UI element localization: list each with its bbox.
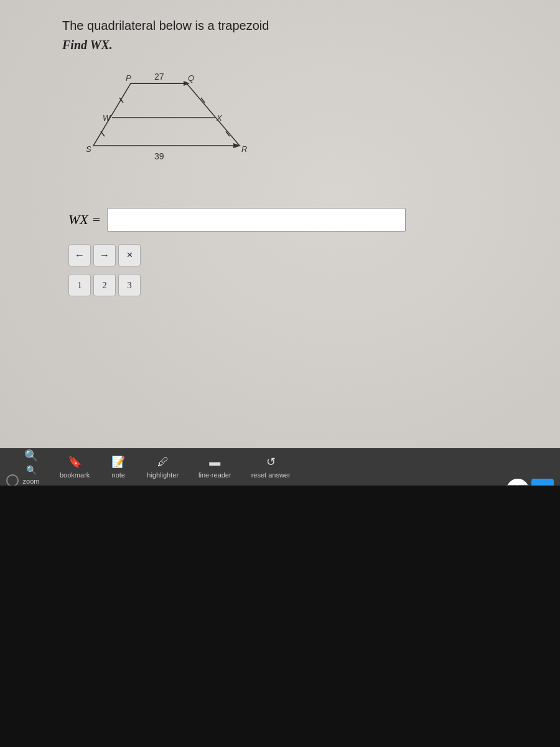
- note-label: note: [112, 471, 125, 479]
- bottom-dark-area: [0, 486, 560, 747]
- zoom-out-icon: 🔍: [24, 449, 38, 463]
- diagram-area: 27 39 P Q W X S R: [81, 65, 535, 189]
- toolbar-highlighter[interactable]: 🖊 highlighter: [137, 452, 189, 482]
- back-button[interactable]: ←: [68, 244, 91, 266]
- note-icon: 📝: [111, 455, 125, 469]
- zoom-label: zoom: [23, 477, 40, 485]
- answer-area: WX =: [68, 208, 535, 232]
- label-P: P: [126, 73, 131, 83]
- answer-label: WX =: [68, 212, 101, 228]
- num-btn-1[interactable]: 1: [68, 274, 91, 296]
- toolbar-line-reader[interactable]: ▬ line-reader: [189, 452, 241, 482]
- find-period: .: [110, 38, 113, 52]
- highlighter-icon: 🖊: [157, 456, 169, 469]
- reset-icon: ↺: [266, 455, 276, 469]
- toolbar-reset-answer[interactable]: ↺ reset answer: [241, 451, 301, 482]
- num-btn-3[interactable]: 3: [118, 274, 141, 296]
- tick-left-lower: [101, 131, 105, 136]
- label-27: 27: [154, 72, 164, 82]
- trapezoid-diagram: 27 39 P Q W X S R: [81, 65, 268, 189]
- num-btn-2[interactable]: 2: [93, 274, 116, 296]
- bookmark-label: bookmark: [60, 471, 90, 479]
- bottom-circle-indicator[interactable]: [6, 474, 19, 487]
- find-text: Find: [62, 38, 90, 52]
- answer-input-box[interactable]: [107, 208, 406, 232]
- line-reader-icon: ▬: [209, 456, 220, 469]
- toolbar-bookmark[interactable]: 🔖 bookmark: [50, 451, 100, 482]
- label-39: 39: [154, 151, 164, 161]
- nav-buttons: ← → ✕: [68, 244, 535, 266]
- number-buttons: 1 2 3: [68, 274, 535, 296]
- label-W: W: [103, 113, 111, 123]
- sr-arrowhead: [233, 143, 241, 148]
- line-reader-label: line-reader: [198, 471, 231, 479]
- find-variable: WX: [90, 38, 110, 52]
- highlighter-label: highlighter: [147, 471, 179, 479]
- label-Q: Q: [188, 73, 194, 83]
- clear-icon: ✕: [126, 250, 133, 260]
- bookmark-icon: 🔖: [68, 455, 82, 469]
- find-label: Find WX.: [62, 38, 535, 52]
- toolbar-note[interactable]: 📝 note: [100, 451, 137, 482]
- label-X: X: [216, 113, 223, 123]
- clear-button[interactable]: ✕: [118, 244, 141, 266]
- label-R: R: [241, 144, 247, 154]
- toolbar: 🔍 🔍 zoom 🔖 bookmark 📝 note 🖊 highlighter…: [0, 448, 560, 486]
- label-S: S: [86, 144, 91, 154]
- problem-title: The quadrilateral below is a trapezoid: [62, 19, 535, 33]
- reset-answer-label: reset answer: [251, 471, 291, 479]
- forward-button[interactable]: →: [93, 244, 116, 266]
- zoom-in-icon: 🔍: [26, 465, 37, 475]
